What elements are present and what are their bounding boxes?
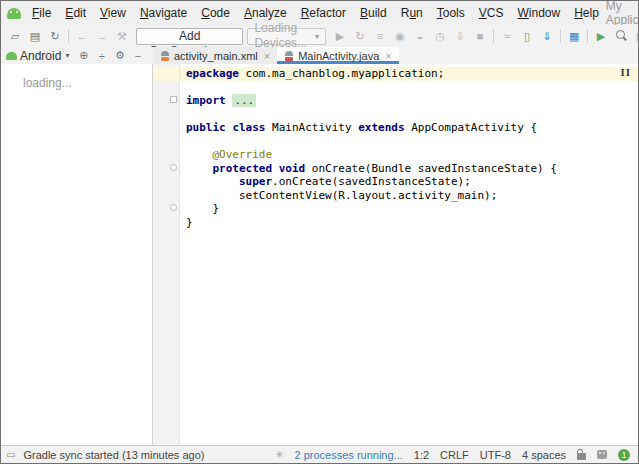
menu-view[interactable]: View — [93, 6, 133, 20]
toolbar-separator — [587, 29, 588, 43]
fold-marker-icon[interactable] — [170, 164, 177, 171]
window-title: My Application — [606, 0, 639, 27]
sdk-manager-icon[interactable]: ⇓ — [537, 26, 557, 46]
project-tool-window-header: Android ▾ ⊕ ÷ ⚙ − — [1, 47, 153, 64]
fold-expand-icon[interactable] — [170, 96, 177, 103]
nav-row: Android ▾ ⊕ ÷ ⚙ − activity_main.xml×Main… — [1, 47, 638, 64]
toolbar-separator — [560, 29, 561, 43]
tab-activity_main.xml[interactable]: activity_main.xml× — [153, 47, 277, 64]
android-icon — [6, 52, 17, 60]
apply-code-changes-icon[interactable]: ≡ — [370, 26, 390, 46]
menu-help[interactable]: Help — [567, 6, 606, 20]
menu-tools[interactable]: Tools — [430, 6, 472, 20]
android-studio-logo-icon — [7, 8, 21, 19]
run-icon[interactable]: ▶ — [330, 26, 350, 46]
collapse-all-icon[interactable]: ÷ — [94, 50, 109, 62]
device-select[interactable]: Loading Devices... ▾ — [247, 28, 326, 45]
build-hammer-icon[interactable]: ⚒ — [112, 26, 132, 46]
toolwindow-toggle-icon[interactable]: ▭ — [6, 449, 15, 460]
notification-badge[interactable]: 1 — [618, 449, 630, 461]
sync-icon[interactable]: ↻ — [45, 26, 65, 46]
menu-run[interactable]: Run — [394, 6, 430, 20]
code-line: super.onCreate(savedInstanceState); — [180, 175, 638, 189]
menu-build[interactable]: Build — [353, 6, 394, 20]
attach-debugger-icon[interactable]: ⇩ — [450, 26, 470, 46]
project-structure-icon[interactable]: ▦ — [564, 26, 584, 46]
line-separator-widget[interactable]: CRLF — [440, 449, 469, 461]
code-line: import ... — [180, 94, 638, 108]
indent-widget[interactable]: 4 spaces — [522, 449, 566, 461]
status-bar: ▭ Gradle sync started (13 minutes ago) ✳… — [1, 445, 638, 463]
code-line — [180, 81, 638, 95]
menu-code[interactable]: Code — [194, 6, 237, 20]
tab-label: activity_main.xml — [174, 50, 258, 62]
project-panel[interactable]: loading... — [1, 64, 153, 445]
code-line: protected void onCreate(Bundle savedInst… — [180, 162, 638, 176]
background-processes-link[interactable]: 2 processes running... — [295, 449, 403, 461]
chevron-down-icon: ▾ — [65, 51, 69, 60]
editor-gutter[interactable] — [153, 64, 180, 445]
menu-analyze[interactable]: Analyze — [237, 6, 294, 20]
menu-refactor[interactable]: Refactor — [294, 6, 353, 20]
apply-changes-icon[interactable]: ↻ — [350, 26, 370, 46]
close-icon[interactable]: × — [385, 50, 391, 62]
gear-icon[interactable]: ⚙ — [112, 49, 127, 62]
code-line: } — [180, 202, 638, 216]
hide-panel-icon[interactable]: − — [130, 50, 145, 62]
encoding-widget[interactable]: UTF-8 — [480, 449, 511, 461]
gradle-sync-icon[interactable]: ≈ — [497, 26, 517, 46]
forward-icon[interactable]: → — [92, 26, 112, 46]
project-view-selector[interactable]: Android — [20, 49, 61, 63]
settings-icon[interactable]: ▩ — [631, 26, 639, 46]
code-area[interactable]: epackage com.ma_chanblog.myapplication;i… — [180, 64, 638, 445]
device-manager-icon[interactable]: ▯ — [517, 26, 537, 46]
code-editor: epackage com.ma_chanblog.myapplication;i… — [153, 64, 638, 445]
code-line — [180, 108, 638, 122]
select-opened-file-icon[interactable]: ⊕ — [76, 49, 91, 62]
tab-MainActivity.java[interactable]: MainActivity.java× — [277, 47, 399, 64]
project-loading-text: loading... — [23, 76, 72, 90]
main-toolbar: ▱▤↻←→⚒ Add Configuration... Loading Devi… — [1, 25, 638, 47]
fold-marker-icon[interactable] — [170, 204, 177, 211]
code-line: epackage com.ma_chanblog.myapplication; — [180, 67, 638, 81]
profiler-icon[interactable]: ◷ — [430, 26, 450, 46]
menu-edit[interactable]: Edit — [58, 6, 93, 20]
unlock-icon[interactable] — [577, 453, 586, 460]
menu-bar: FileEditViewNavigateCodeAnalyzeRefactorB… — [25, 6, 606, 20]
toolbar-separator — [68, 29, 69, 43]
editor-tab-bar: activity_main.xml×MainActivity.java× — [153, 47, 638, 64]
code-line: @Override — [180, 148, 638, 162]
title-bar: FileEditViewNavigateCodeAnalyzeRefactorB… — [1, 1, 638, 25]
stop-icon[interactable]: ■ — [470, 26, 490, 46]
analysis-paused-indicator[interactable]: II — [621, 68, 631, 78]
notifications-icon[interactable] — [597, 450, 607, 459]
menu-window[interactable]: Window — [510, 6, 567, 20]
caret-line-gutter-highlight — [153, 67, 179, 81]
progress-spinner-icon: ✳ — [275, 449, 283, 460]
save-icon[interactable]: ▤ — [25, 26, 45, 46]
java-file-icon — [284, 51, 294, 61]
status-message: Gradle sync started (13 minutes ago) — [23, 449, 204, 461]
debug-icon[interactable]: ◉ — [390, 26, 410, 46]
menu-navigate[interactable]: Navigate — [133, 6, 194, 20]
add-configuration-button[interactable]: Add Configuration... — [136, 28, 243, 45]
menu-file[interactable]: File — [25, 6, 58, 20]
caret-position-widget[interactable]: 1:2 — [414, 449, 429, 461]
coverage-icon[interactable]: ◒ — [410, 26, 430, 46]
back-icon[interactable]: ← — [72, 26, 92, 46]
menu-vcs[interactable]: VCS — [472, 6, 511, 20]
code-line: public class MainActivity extends AppCom… — [180, 121, 638, 135]
android-studio-window: FileEditViewNavigateCodeAnalyzeRefactorB… — [0, 0, 639, 464]
open-icon[interactable]: ▱ — [5, 26, 25, 46]
search-icon[interactable] — [611, 26, 631, 46]
toolbar-separator — [493, 29, 494, 43]
xml-file-icon — [160, 51, 170, 61]
chevron-down-icon: ▾ — [315, 29, 319, 44]
code-line: setContentView(R.layout.activity_main); — [180, 189, 638, 203]
code-line — [180, 135, 638, 149]
close-icon[interactable]: × — [264, 50, 270, 62]
main-area: loading... epackage com.ma_chanblog.myap… — [1, 64, 638, 445]
run-anything-icon[interactable]: ▶ — [591, 26, 611, 46]
tab-label: MainActivity.java — [298, 50, 379, 62]
code-line: } — [180, 216, 638, 230]
